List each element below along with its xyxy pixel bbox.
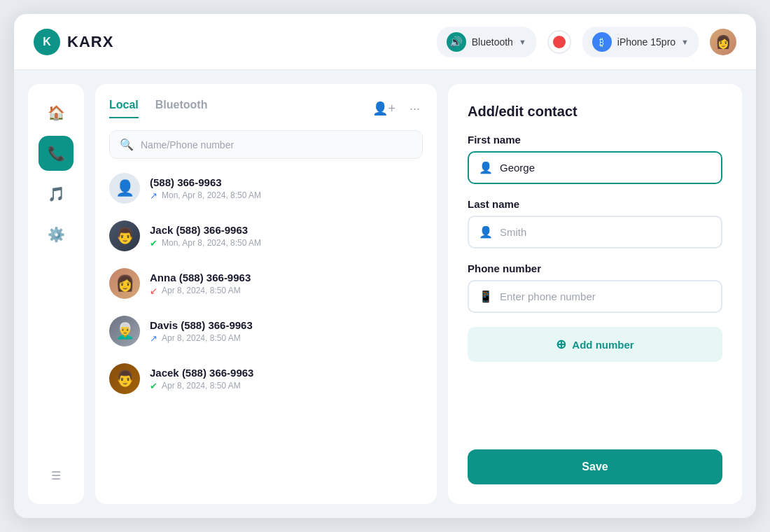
contact-date: Apr 8, 2024, 8:50 AM (162, 333, 241, 343)
save-button[interactable]: Save (468, 449, 722, 484)
add-contact-button[interactable]: 👤+ (370, 98, 398, 119)
contact-name: Anna (588) 366-9963 (150, 272, 423, 284)
main-content: 🏠 📞 🎵 ⚙️ ☰ Local (14, 70, 756, 518)
contact-name: Jack (588) 366-9963 (150, 224, 423, 236)
phone-group: Phone number 📱 (468, 262, 722, 313)
first-name-group: First name 👤 (468, 134, 722, 184)
tabs: Local Bluetooth 👤+ ··· (109, 98, 423, 119)
contact-panel: Local Bluetooth 👤+ ··· (95, 84, 437, 504)
sidebar: 🏠 📞 🎵 ⚙️ ☰ (28, 84, 84, 504)
tab-local[interactable]: Local (109, 99, 139, 118)
contact-list: 👤 (588) 366-9963 ↗ Mon, Apr 8, 2024, 8:5… (95, 159, 437, 504)
tab-group: Local Bluetooth (109, 99, 207, 118)
call-out-icon: ↗ (150, 190, 158, 201)
last-name-label: Last name (468, 198, 722, 210)
avatar: 👤 (109, 173, 140, 204)
sidebar-item-settings[interactable]: ⚙️ (38, 217, 74, 252)
last-name-input[interactable] (500, 226, 711, 238)
add-person-icon: 👤+ (372, 102, 396, 115)
more-dots-icon: ··· (410, 102, 420, 115)
contact-name: Davis (588) 366-9963 (150, 319, 423, 331)
sidebar-item-music[interactable]: 🎵 (38, 176, 74, 211)
call-missed-icon: ↙ (150, 286, 158, 296)
contact-date: Mon, Apr 8, 2024, 8:50 AM (162, 238, 261, 248)
contact-meta: ↙ Apr 8, 2024, 8:50 AM (150, 286, 423, 296)
search-box: 🔍 (109, 130, 423, 159)
tab-actions: 👤+ ··· (370, 98, 423, 119)
logo-name: KARX (67, 33, 113, 51)
contact-date: Apr 8, 2024, 8:50 AM (162, 286, 241, 295)
user-avatar[interactable]: 👩 (710, 29, 736, 55)
device-chevron-icon: ▼ (681, 38, 689, 46)
phone-input-wrapper: 📱 (468, 280, 722, 313)
logo: K KARX (34, 29, 113, 55)
person-field-icon-2: 👤 (479, 225, 493, 239)
contact-info: Anna (588) 366-9963 ↙ Apr 8, 2024, 8:50 … (150, 272, 423, 296)
bluetooth-label: Bluetooth (472, 36, 513, 48)
person-icon: 👤 (115, 179, 134, 197)
contact-meta: ↗ Apr 8, 2024, 8:50 AM (150, 333, 423, 344)
phone-icon: 📞 (48, 145, 65, 162)
phone-label: Phone number (468, 262, 722, 274)
bluetooth-device-icon: ₿ (592, 32, 612, 52)
call-in-icon: ✔ (150, 238, 158, 248)
phone-input[interactable] (500, 290, 711, 302)
avatar: 👨‍🦳 (109, 316, 140, 346)
sidebar-menu-button[interactable]: ☰ (38, 458, 74, 493)
list-item[interactable]: 👤 (588) 366-9963 ↗ Mon, Apr 8, 2024, 8:5… (95, 164, 437, 212)
edit-panel: Add/edit contact First name 👤 Last name … (448, 84, 742, 504)
header-right: 🔊 Bluetooth ▼ ₿ iPhone 15pro ▼ 👩 (437, 27, 736, 57)
search-input[interactable] (141, 139, 412, 150)
contact-info: (588) 366-9963 ↗ Mon, Apr 8, 2024, 8:50 … (150, 176, 423, 201)
call-out-icon: ↗ (150, 333, 158, 344)
edit-panel-title: Add/edit contact (468, 104, 722, 120)
bluetooth-chevron-icon: ▼ (519, 38, 526, 46)
menu-icon: ☰ (51, 469, 61, 482)
contact-date: Apr 8, 2024, 8:50 AM (162, 381, 241, 391)
list-item[interactable]: 👨 Jacek (588) 366-9963 ✔ Apr 8, 2024, 8:… (95, 355, 437, 402)
settings-icon: ⚙️ (48, 226, 65, 243)
add-number-button[interactable]: ⊕ Add number (468, 327, 722, 362)
music-icon: 🎵 (48, 186, 65, 202)
record-button[interactable] (547, 30, 571, 54)
person-field-icon: 👤 (479, 161, 493, 174)
sidebar-item-home[interactable]: 🏠 (38, 95, 74, 130)
list-item[interactable]: 👨 Jack (588) 366-9963 ✔ Mon, Apr 8, 2024… (95, 212, 437, 260)
avatar: 👨 (109, 220, 140, 251)
record-indicator (553, 36, 566, 48)
first-name-input-wrapper: 👤 (468, 151, 722, 184)
list-item[interactable]: 👨‍🦳 Davis (588) 366-9963 ↗ Apr 8, 2024, … (95, 307, 437, 355)
contact-info: Jack (588) 366-9963 ✔ Mon, Apr 8, 2024, … (150, 224, 423, 248)
contact-info: Davis (588) 366-9963 ↗ Apr 8, 2024, 8:50… (150, 319, 423, 344)
call-in-icon: ✔ (150, 381, 158, 391)
device-button[interactable]: ₿ iPhone 15pro ▼ (582, 27, 699, 57)
contact-name: Jacek (588) 366-9963 (150, 367, 423, 379)
avatar: 👩 (109, 268, 140, 299)
more-options-button[interactable]: ··· (407, 99, 423, 119)
contact-info: Jacek (588) 366-9963 ✔ Apr 8, 2024, 8:50… (150, 367, 423, 391)
search-icon: 🔍 (120, 138, 134, 151)
header: K KARX 🔊 Bluetooth ▼ ₿ iPhone 15pro ▼ 👩 (14, 14, 756, 70)
contact-meta: ✔ Apr 8, 2024, 8:50 AM (150, 381, 423, 391)
contact-panel-header: Local Bluetooth 👤+ ··· (95, 84, 437, 159)
phone-field-icon: 📱 (479, 290, 493, 303)
bluetooth-audio-icon: 🔊 (447, 32, 466, 52)
bluetooth-button[interactable]: 🔊 Bluetooth ▼ (437, 27, 536, 57)
tab-bluetooth[interactable]: Bluetooth (155, 99, 208, 118)
contact-date: Mon, Apr 8, 2024, 8:50 AM (162, 190, 261, 200)
contact-name: (588) 366-9963 (150, 176, 423, 188)
logo-icon: K (34, 29, 60, 55)
list-item[interactable]: 👩 Anna (588) 366-9963 ↙ Apr 8, 2024, 8:5… (95, 260, 437, 307)
last-name-input-wrapper: 👤 (468, 216, 722, 248)
avatar: 👨 (109, 363, 140, 394)
sidebar-item-phone[interactable]: 📞 (38, 136, 74, 171)
add-circle-icon: ⊕ (556, 337, 566, 352)
device-label: iPhone 15pro (617, 36, 676, 48)
contact-meta: ✔ Mon, Apr 8, 2024, 8:50 AM (150, 238, 423, 248)
home-icon: 🏠 (48, 104, 65, 121)
last-name-group: Last name 👤 (468, 198, 722, 248)
first-name-input[interactable] (500, 162, 711, 174)
first-name-label: First name (468, 134, 722, 146)
contact-meta: ↗ Mon, Apr 8, 2024, 8:50 AM (150, 190, 423, 201)
